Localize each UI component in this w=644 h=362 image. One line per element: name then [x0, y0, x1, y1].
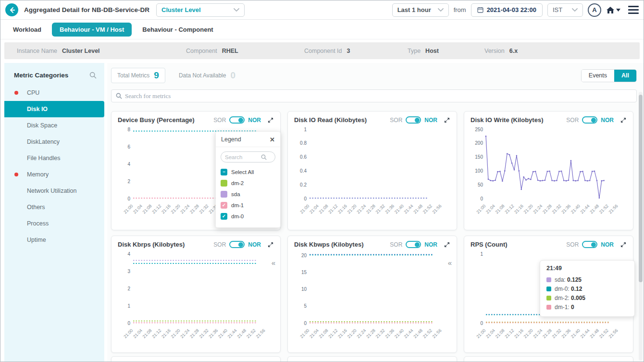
card-title: Disk IO Write (Kilobytes) [471, 116, 543, 124]
sor-nor-toggle[interactable] [229, 241, 245, 248]
level-dropdown[interactable]: Cluster Level [156, 3, 245, 17]
card-header: Disk IO Write (Kilobytes)SORNOR [471, 116, 627, 124]
chart-canvas-disk-kbwps-kilobytes[interactable]: 0510152021:0021:0421:0821:1221:1621:2021… [294, 250, 451, 344]
svg-text:3: 3 [127, 269, 130, 274]
svg-text:21:20: 21:20 [170, 328, 181, 339]
svg-text:21:16: 21:16 [161, 328, 172, 339]
svg-text:200: 200 [475, 140, 483, 146]
expand-icon[interactable] [620, 117, 627, 124]
sidebar-item-disk-io[interactable]: Disk IO [4, 101, 104, 117]
sidebar-item-file-handles[interactable]: File Handles [4, 150, 104, 166]
legend-item-dm-0[interactable]: ✓dm-0 [221, 211, 275, 222]
tab-behaviour-vm-host[interactable]: Behaviour - VM / Host [52, 23, 132, 37]
events-button[interactable]: Events [582, 70, 614, 82]
expand-icon[interactable] [267, 241, 274, 248]
chart-canvas-disk-io-write-kilobytes[interactable]: 05010015020025021:0021:0421:0821:1221:16… [471, 125, 628, 220]
svg-text:21:12: 21:12 [327, 328, 338, 339]
sor-nor-toggle[interactable] [406, 241, 421, 248]
svg-text:250: 250 [475, 127, 483, 132]
svg-text:21:00: 21:00 [123, 203, 134, 214]
total-metrics-count: 9 [154, 70, 159, 81]
sidebar-item-label: Network Utilization [27, 187, 77, 194]
sidebar-item-label: File Handles [27, 155, 60, 162]
tooltip-row-dm-0: dm-0: 0.12 [546, 284, 628, 293]
sidebar-item-disklatency[interactable]: DiskLatency [4, 134, 104, 150]
sidebar-item-memory[interactable]: Memory [4, 166, 104, 183]
svg-text:0.4: 0.4 [300, 168, 307, 174]
svg-text:21:12: 21:12 [504, 328, 515, 339]
hamburger-menu-icon[interactable] [628, 6, 639, 14]
legend-item-dm-1[interactable]: ✓dm-1 [221, 200, 275, 211]
expand-icon[interactable] [444, 117, 450, 124]
info-component-id: Component Id3 [304, 48, 408, 54]
color-swatch[interactable] [221, 191, 227, 198]
all-button[interactable]: All [614, 70, 636, 82]
svg-text:8: 8 [127, 127, 130, 132]
svg-text:21:40: 21:40 [217, 328, 228, 339]
svg-text:5: 5 [304, 303, 307, 309]
tab-behaviour-component[interactable]: Behaviour - Component [142, 26, 213, 33]
legend-item-label: dm-0 [231, 213, 244, 219]
card-controls: SORNOR [390, 116, 450, 124]
expand-icon[interactable] [444, 241, 450, 248]
sidebar-item-process[interactable]: Process [4, 215, 104, 232]
metric-search-input[interactable] [125, 92, 632, 100]
home-menu[interactable] [606, 6, 620, 14]
checkbox-checked[interactable]: ✓ [221, 202, 227, 209]
card-title: Disk Kbrps (Kilobytes) [118, 241, 185, 248]
legend-item-sda[interactable]: sda [221, 188, 275, 200]
expand-icon[interactable] [267, 117, 274, 124]
legend-title: Legend [221, 136, 241, 143]
color-swatch[interactable] [221, 180, 227, 187]
svg-text:21:20: 21:20 [347, 328, 358, 339]
chart-canvas-disk-io-read-kilobytes[interactable]: 00.20.40.60.8121:0021:0421:0821:1221:162… [294, 125, 451, 220]
checkbox-checked[interactable]: ✓ [221, 213, 227, 220]
top-bar-right: Last 1 hour from 2021-04-03 22:00 IST A [392, 3, 639, 17]
legend-item-dm-2[interactable]: dm-2 [221, 177, 275, 188]
svg-text:21:52: 21:52 [422, 203, 433, 214]
sor-nor-toggle[interactable] [582, 241, 597, 248]
tab-workload[interactable]: Workload [13, 26, 41, 33]
svg-text:21:08: 21:08 [318, 328, 329, 339]
chevron-down-icon [234, 8, 239, 12]
back-button[interactable] [5, 3, 18, 16]
scrollbar-thumb[interactable] [639, 95, 643, 282]
page-title: Aggregated Detail for NB-DB-Service-DR [24, 6, 149, 13]
sor-nor-toggle[interactable] [229, 116, 245, 124]
sidebar-item-network-utilization[interactable]: Network Utilization [4, 183, 104, 199]
user-avatar[interactable]: A [588, 3, 601, 17]
sidebar-item-cpu[interactable]: CPU [4, 85, 104, 101]
search-icon[interactable] [89, 72, 97, 79]
svg-text:0: 0 [480, 321, 483, 326]
metric-categories-sidebar: Metric Categories CPUDisk IODisk SpaceDi… [4, 63, 104, 362]
checkbox-indeterminate[interactable]: – [221, 169, 227, 175]
sor-nor-toggle[interactable] [582, 116, 597, 124]
sor-nor-toggle[interactable] [406, 116, 421, 124]
collapse-panel-icon[interactable]: « [448, 259, 452, 266]
time-range-dropdown[interactable]: Last 1 hour [392, 3, 449, 17]
close-icon[interactable]: ✕ [270, 137, 275, 143]
legend-search-bar [221, 151, 275, 162]
card-header: Disk IO Read (Kilobytes)SORNOR [294, 116, 450, 124]
toggle-knob [415, 242, 420, 247]
arrow-left-icon [9, 7, 15, 13]
chart-canvas-disk-kbrps-kilobytes[interactable]: 0123421:0021:0421:0821:1221:1621:2021:24… [118, 250, 275, 344]
svg-text:21:04: 21:04 [309, 203, 320, 214]
datetime-picker[interactable]: 2021-04-03 22:00 [471, 3, 543, 17]
svg-text:21:12: 21:12 [151, 328, 162, 339]
legend-search-input[interactable] [225, 154, 259, 160]
sor-label: SOR [213, 241, 226, 248]
svg-text:21:36: 21:36 [560, 328, 571, 339]
legend-item-select-all[interactable]: –Select All [221, 166, 275, 177]
sidebar-item-label: Disk Space [27, 122, 57, 129]
sidebar-item-disk-space[interactable]: Disk Space [4, 117, 104, 134]
nor-label: NOR [248, 241, 261, 248]
collapse-panel-icon[interactable]: « [272, 259, 275, 266]
svg-text:0.6: 0.6 [300, 154, 307, 160]
sidebar-item-others[interactable]: Others [4, 199, 104, 215]
sidebar-item-uptime[interactable]: Uptime [4, 232, 104, 248]
expand-icon[interactable] [620, 241, 627, 248]
vertical-scrollbar [639, 92, 643, 361]
card-header: RPS (Count)SORNOR [471, 241, 627, 248]
timezone-dropdown[interactable]: IST [547, 3, 583, 17]
